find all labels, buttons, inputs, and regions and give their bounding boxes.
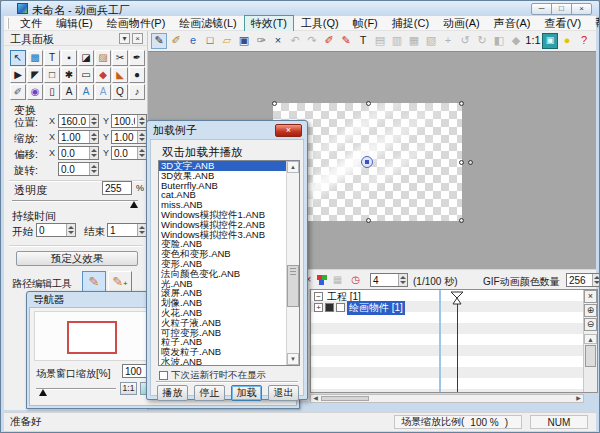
draw-path-icon[interactable]: ✐ [321, 33, 337, 49]
timeline-hscrollbar[interactable]: ◀ ▶ [310, 394, 584, 403]
gif-colors-input[interactable] [567, 274, 592, 286]
menu-item[interactable]: 特效(T) [244, 15, 294, 32]
copy-icon[interactable]: ◧ [491, 33, 507, 49]
position-x-spinner[interactable] [89, 115, 98, 127]
rotate-left-icon[interactable]: ↺ [457, 33, 473, 49]
menu-item[interactable]: 捕捉(C) [385, 15, 436, 32]
scroll-right-icon[interactable]: ▶ [574, 395, 583, 402]
timeline-zoom-in-icon[interactable]: ⊕ [584, 304, 597, 317]
selection-pivot-icon[interactable] [361, 156, 373, 168]
position-x-input[interactable] [59, 115, 89, 127]
yellow-ball-icon[interactable]: ● [559, 33, 575, 49]
timeline-zoom-out-icon[interactable]: ⊖ [584, 318, 597, 331]
frame-ungroup-icon[interactable]: ▥ [389, 33, 405, 49]
dialog-button[interactable]: 停止 [194, 385, 225, 401]
object-select-tool[interactable]: ▩ [27, 50, 43, 66]
link-icon[interactable]: ✑ [253, 33, 269, 49]
preview-monitor-icon[interactable]: ▣ [542, 33, 558, 49]
example-listbox[interactable]: ▲ ▼ 3D文字.ANB3D效果.ANBButerrfly.ANBcat.ANB… [158, 160, 300, 366]
menu-item[interactable]: 绘画物件(P) [100, 15, 173, 32]
menu-item[interactable]: 声音(A) [487, 15, 538, 32]
help-icon[interactable]: ? [576, 33, 592, 49]
sphere-tool[interactable]: ◉ [27, 84, 43, 100]
clock-icon[interactable]: ◷ [348, 273, 363, 287]
rotate-input[interactable] [59, 163, 89, 175]
image-tool[interactable]: ▨ [95, 50, 111, 66]
skew-x-input[interactable] [59, 147, 89, 159]
selection-handle-bottom-right[interactable] [459, 218, 464, 223]
rotate-spinner[interactable] [89, 163, 98, 175]
scroll-up-icon[interactable]: ▲ [287, 161, 299, 173]
scale-x-spinner[interactable] [89, 131, 98, 143]
duration-end-spinner[interactable] [137, 224, 146, 236]
menu-item[interactable]: 帮助(H) [588, 15, 600, 32]
dialog-button[interactable]: 退出 [268, 385, 299, 401]
navigator-slider-track[interactable] [36, 388, 116, 390]
dialog-close-icon[interactable]: × [275, 124, 302, 137]
redo-icon[interactable]: ↷ [304, 33, 320, 49]
text-icon[interactable]: T [355, 33, 371, 49]
text-tool[interactable]: T [44, 50, 60, 66]
predefined-effects-button[interactable]: 预定义效果 [16, 251, 138, 266]
hammer-tool[interactable]: ✱ [61, 67, 77, 83]
collapse-icon[interactable]: − [314, 292, 323, 301]
scale-y-input[interactable] [112, 131, 137, 143]
wand-icon[interactable]: ✐ [168, 33, 184, 49]
eyedropper-tool[interactable]: ✐ [10, 84, 26, 100]
text-a2-tool[interactable]: A [78, 84, 94, 100]
timeline-marker-icon[interactable] [450, 291, 464, 305]
selection-handle-top-left[interactable] [272, 101, 277, 106]
minimize-icon[interactable]: ─ [531, 3, 552, 15]
skew-y-spinner[interactable] [137, 147, 146, 159]
arrow-tool[interactable]: ◤ [27, 67, 43, 83]
scroll-thumb[interactable] [287, 265, 299, 307]
polygon-tool[interactable]: ◪ [78, 50, 94, 66]
browser-e-icon[interactable]: e [185, 33, 201, 49]
rotate-right-icon[interactable]: ↻ [474, 33, 490, 49]
skew-y-input[interactable] [112, 147, 137, 159]
timeline-object-row[interactable]: + 绘画物件 [1] [314, 302, 405, 313]
list-scrollbar[interactable]: ▲ ▼ [286, 161, 299, 365]
list-item[interactable]: 水波.ANB [159, 357, 299, 366]
menu-item[interactable]: 工具(Q) [294, 15, 346, 32]
timeline-close-icon[interactable]: × [584, 290, 597, 303]
expand-icon[interactable]: + [314, 303, 323, 312]
maximize-icon[interactable]: □ [551, 3, 572, 15]
edit-path-icon[interactable]: ✎ [338, 33, 354, 49]
sound-tool[interactable]: ♪ [129, 84, 145, 100]
panel-close-icon[interactable]: × [132, 33, 143, 44]
onion-skin-icon[interactable]: ▦ [330, 273, 345, 287]
frame-stack-icon[interactable]: ▦ [406, 33, 422, 49]
selection-handle-right[interactable] [459, 160, 464, 165]
navigator-view-rect[interactable] [67, 321, 117, 354]
text-a1-tool[interactable]: A [61, 84, 77, 100]
new-file-icon[interactable]: □ [202, 33, 218, 49]
window-tool[interactable]: ▯ [44, 84, 60, 100]
frame-tile-icon[interactable]: ▧ [423, 33, 439, 49]
eraser-tool[interactable]: ▭ [78, 67, 94, 83]
bucket-tool[interactable]: ◆ [95, 67, 111, 83]
timeline-vscrollbar[interactable]: ▲ [584, 334, 597, 392]
frame-tool[interactable]: □ [44, 67, 60, 83]
movie-tool[interactable]: ▶ [10, 67, 26, 83]
move-icon[interactable]: + [440, 33, 456, 49]
one-to-one-icon[interactable]: 1:1 [525, 33, 541, 49]
opacity-input[interactable] [103, 182, 131, 194]
save-icon[interactable]: ▣ [236, 33, 252, 49]
adjust-icon[interactable]: ◆ [508, 33, 524, 49]
opacity-slider-track[interactable] [12, 200, 138, 202]
menu-item[interactable]: 编辑(E) [49, 15, 100, 32]
menu-item[interactable]: 查看(V) [537, 15, 588, 32]
skew-x-spinner[interactable] [89, 147, 98, 159]
pen-tool[interactable]: ✒ [129, 50, 145, 66]
delete-icon[interactable]: × [270, 33, 286, 49]
gif-colors-spinner[interactable] [592, 274, 600, 286]
hscroll-thumb[interactable] [321, 396, 369, 401]
text-a3-tool[interactable]: A [95, 84, 111, 100]
palette-icon[interactable] [317, 275, 327, 285]
flag-tool[interactable]: ◣ [112, 67, 128, 83]
selection-handle-bottom-center[interactable] [366, 218, 371, 223]
scroll-left-icon[interactable]: ◀ [311, 395, 320, 402]
zoom-tool[interactable]: Q [112, 84, 128, 100]
lock-icon[interactable] [336, 303, 345, 312]
